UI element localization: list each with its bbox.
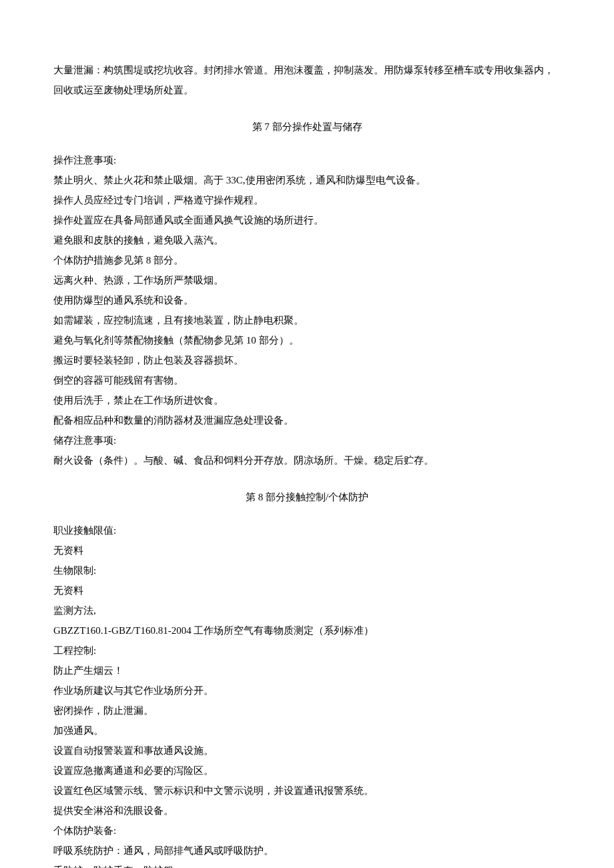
text-line: 防止产生烟云！ [53, 661, 561, 681]
text-line: 操作人员应经过专门培训，严格遵守操作规程。 [53, 190, 561, 210]
text-line: 生物限制: [53, 560, 561, 580]
text-line: 如需罐装，应控制流速，且有接地装置，防止静电积聚。 [53, 310, 561, 330]
section-8-title: 第 8 部分接触控制/个体防护 [53, 487, 561, 507]
text-line: 无资料 [53, 580, 561, 600]
text-line: 避免与氧化剂等禁配物接触（禁配物参见第 10 部分）。 [53, 330, 561, 350]
text-line: 无资料 [53, 540, 561, 560]
text-line: 设置自动报警装置和事故通风设施。 [53, 741, 561, 761]
text-line: 操作注意事项: [53, 150, 561, 170]
text-line: 提供安全淋浴和洗眼设备。 [53, 801, 561, 821]
text-line: 监测方法, [53, 600, 561, 620]
text-line: 使用后洗手，禁止在工作场所进饮食。 [53, 390, 561, 410]
section-7-content: 操作注意事项: 禁止明火、禁止火花和禁止吸烟。高于 33C,使用密闭系统，通风和… [53, 150, 561, 470]
text-line: 密闭操作，防止泄漏。 [53, 701, 561, 721]
text-line: 禁止明火、禁止火花和禁止吸烟。高于 33C,使用密闭系统，通风和防爆型电气设备。 [53, 170, 561, 190]
text-line: 远离火种、热源，工作场所严禁吸烟。 [53, 270, 561, 290]
text-line: 避免眼和皮肤的接触，避免吸入蒸汽。 [53, 230, 561, 250]
text-line: 工程控制: [53, 640, 561, 661]
text-line: 设置应急撤离通道和必要的泻险区。 [53, 761, 561, 781]
intro-paragraph: 大量泄漏：构筑围堤或挖坑收容。封闭排水管道。用泡沫覆盖，抑制蒸发。用防爆泵转移至… [53, 60, 561, 100]
text-line: 操作处置应在具备局部通风或全面通风换气设施的场所进行。 [53, 210, 561, 230]
text-line: 储存注意事项: [53, 430, 561, 450]
text-line: 搬运时要轻装轻卸，防止包装及容器损坏。 [53, 350, 561, 370]
text-line: 个体防护装备: [53, 821, 561, 841]
text-line: 配备相应品种和数量的消防器材及泄漏应急处理设备。 [53, 410, 561, 430]
text-line: 耐火设备（条件）。与酸、碱、食品和饲料分开存放。阴凉场所。干燥。稳定后贮存。 [53, 450, 561, 470]
text-line: 个体防护措施参见第 8 部分。 [53, 250, 561, 270]
section-8-content: 职业接触限值: 无资料 生物限制: 无资料 监测方法, GBZZT160.1-G… [53, 520, 561, 868]
text-line: 倒空的容器可能残留有害物。 [53, 370, 561, 390]
text-line: 使用防爆型的通风系统和设备。 [53, 290, 561, 310]
section-7-title: 第 7 部分操作处置与储存 [53, 117, 561, 137]
text-line: 手防护：防护手套，防护服。 [53, 861, 561, 868]
text-line: 加强通风。 [53, 721, 561, 741]
text-line: 职业接触限值: [53, 520, 561, 540]
text-line: 设置红色区域警示线、警示标识和中文警示说明，并设置通讯报警系统。 [53, 781, 561, 801]
text-line: 呼吸系统防护：通风，局部排气通风或呼吸防护。 [53, 841, 561, 861]
text-line: GBZZT160.1-GBZ/T160.81-2004 工作场所空气有毒物质测定… [53, 620, 561, 640]
text-line: 作业场所建议与其它作业场所分开。 [53, 681, 561, 701]
